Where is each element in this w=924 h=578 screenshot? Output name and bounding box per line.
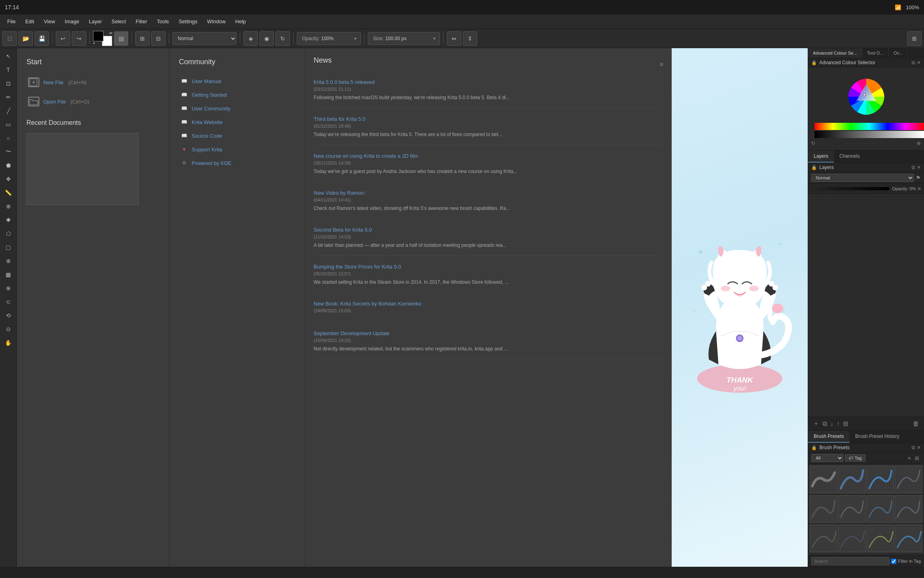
tool-smart-patch[interactable]: ⊗ — [2, 282, 15, 295]
grid-btn[interactable]: ⊟ — [151, 31, 166, 46]
brush-item-1[interactable] — [838, 466, 866, 493]
news-link-3[interactable]: New Video by Ramon: — [314, 190, 663, 196]
brush-item-0[interactable] — [810, 466, 837, 493]
tool-transform[interactable]: ✥ — [2, 173, 15, 185]
wrap-btn[interactable]: ⊞ — [135, 31, 150, 46]
news-link-6[interactable]: New Book: Krita Secrets by Bohdan Kornie… — [314, 301, 663, 307]
brush-item-5[interactable] — [838, 495, 866, 523]
tab-overview[interactable]: Ov... — [889, 48, 908, 58]
tool-assistant[interactable]: ⬡ — [2, 227, 15, 240]
brush-list-view-btn[interactable]: ≡ — [906, 454, 912, 462]
brush-item-10[interactable] — [867, 525, 894, 552]
tool-contiguous-select[interactable]: ▢ — [2, 241, 15, 254]
tab-brush-presets[interactable]: Brush Presets — [808, 431, 849, 443]
news-link-1[interactable]: Third beta for Krita 5.0 — [314, 116, 663, 122]
move-layer-up-btn[interactable]: ↑ — [835, 419, 841, 428]
brush-item-4[interactable] — [810, 495, 837, 523]
menu-window[interactable]: Window — [203, 17, 229, 26]
tool-crop[interactable]: ⊡ — [2, 77, 15, 90]
layout-btn[interactable]: ⊞ — [907, 31, 922, 46]
copy-layer-btn[interactable]: ⧉ — [821, 419, 829, 428]
foreground-color-box[interactable] — [93, 31, 103, 41]
layers-filter-btn[interactable]: ⚑ — [916, 175, 921, 181]
layers-panel-close-btn[interactable]: ✕ — [917, 165, 921, 170]
colour-eyedropper-btn[interactable]: ⊕ — [917, 140, 921, 146]
tool-paint[interactable]: ✏ — [2, 91, 15, 104]
brush-grid-view-btn[interactable]: ⊞ — [913, 454, 921, 462]
open-file-btn[interactable]: Open File (Ctrl+O) — [26, 94, 159, 110]
tool-zoom[interactable]: ⊙ — [2, 323, 15, 336]
menu-select[interactable]: Select — [107, 17, 130, 26]
layers-blend-mode[interactable]: Normal Multiply Screen — [811, 174, 914, 182]
colour-panel-close-btn[interactable]: ✕ — [917, 60, 921, 65]
link-krita-website[interactable]: 📖 Krita Website — [179, 115, 296, 129]
tool-gradient[interactable]: ▦ — [2, 268, 15, 281]
news-link-2[interactable]: New course on using Krita to create a 2D… — [314, 153, 663, 159]
eraser-btn[interactable]: ◈ — [243, 31, 258, 46]
value-strip[interactable] — [815, 131, 924, 138]
menu-layer[interactable]: Layer — [85, 17, 106, 26]
toggle-canvas-btn[interactable]: □ — [2, 31, 17, 46]
new-file-btn[interactable]: New File (Ctrl+N) — [26, 74, 159, 90]
menu-help[interactable]: Help — [231, 17, 250, 26]
brush-search-input[interactable] — [811, 557, 890, 565]
blend-mode-select[interactable]: Normal Multiply Screen Overlay — [172, 32, 237, 45]
menu-filter[interactable]: Filter — [132, 17, 151, 26]
refresh-btn[interactable]: ↻ — [276, 31, 290, 46]
tool-ellipse[interactable]: ○ — [2, 132, 15, 144]
link-user-community[interactable]: 📖 User Community — [179, 102, 296, 115]
brush-item-11[interactable] — [895, 525, 922, 552]
color-selector[interactable]: ⇄ ● — [93, 31, 112, 46]
delete-layer-btn[interactable]: 🗑 — [911, 419, 921, 428]
menu-image[interactable]: Image — [61, 17, 83, 26]
news-link-7[interactable]: September Development Update — [314, 330, 663, 336]
brush-item-3[interactable] — [895, 466, 922, 493]
color-reset-btn[interactable]: ● — [93, 41, 98, 46]
color-swap-btn[interactable]: ⇄ — [109, 31, 112, 35]
tool-text[interactable]: T — [2, 63, 15, 76]
brush-filter-select[interactable]: All — [811, 454, 843, 462]
filter-in-tag-checkbox[interactable] — [891, 559, 896, 564]
move-layer-down-btn[interactable]: ↓ — [829, 419, 835, 428]
layers-menu-btn[interactable]: ≡ — [918, 185, 921, 192]
brush-item-6[interactable] — [867, 495, 894, 523]
tool-ref[interactable]: ⊕ — [2, 200, 15, 213]
tab-brush-history[interactable]: Brush Preset History — [849, 431, 905, 443]
tab-tool-options[interactable]: Tool O... — [862, 48, 889, 58]
link-support-krita[interactable]: ♥ Support Krita — [179, 142, 296, 156]
menu-view[interactable]: View — [40, 17, 59, 26]
brush-tag-btn[interactable]: 🏷 Tag — [845, 454, 865, 462]
layer-properties-btn[interactable]: ⊞ — [841, 419, 850, 428]
brush-item-8[interactable] — [810, 525, 837, 552]
news-link-4[interactable]: Second Beta for Krita 5.0 — [314, 227, 663, 233]
mirror-h-btn[interactable]: ⇔ — [447, 31, 461, 46]
tool-select[interactable]: ↖ — [2, 50, 15, 63]
menu-file[interactable]: File — [3, 17, 20, 26]
menu-edit[interactable]: Edit — [21, 17, 38, 26]
link-user-manual[interactable]: 📖 User Manual — [179, 74, 296, 88]
opacity-slider[interactable] — [811, 187, 889, 190]
colour-panel-float-btn[interactable]: ⧉ — [912, 60, 915, 65]
tool-eyedropper[interactable]: ⊕ — [2, 254, 15, 267]
tool-line[interactable]: ╱ — [2, 104, 15, 117]
tool-multibrush[interactable]: ✱ — [2, 214, 15, 226]
tool-fill[interactable]: ⬟ — [2, 159, 15, 172]
tool-measure[interactable]: 📏 — [2, 186, 15, 199]
opacity-chevron[interactable]: ▾ — [353, 35, 357, 42]
news-link-0[interactable]: Krita 5.0.0 beta 5 released — [314, 79, 663, 85]
tab-advanced-colour[interactable]: Advanced Colour Se... — [808, 48, 862, 58]
brush-item-7[interactable] — [895, 495, 922, 523]
tool-pan[interactable]: ✋ — [2, 336, 15, 349]
menu-tools[interactable]: Tools — [153, 17, 173, 26]
news-menu-btn[interactable]: ≡ — [660, 61, 663, 68]
menu-settings[interactable]: Settings — [174, 17, 201, 26]
tool-path-select[interactable]: ⟲ — [2, 309, 15, 322]
undo-btn[interactable]: ↩ — [56, 31, 70, 46]
save-file-btn[interactable]: 💾 — [34, 31, 49, 46]
open-file-btn[interactable]: 📂 — [18, 31, 33, 46]
brush-panel-float-btn[interactable]: ⧉ — [912, 445, 915, 450]
colour-refresh-btn[interactable]: ↻ — [811, 140, 815, 146]
news-link-5[interactable]: Bumping the Store Prices for Krita 5.0 — [314, 264, 663, 270]
color-pattern-btn[interactable]: ▤ — [114, 31, 128, 46]
hue-strip[interactable] — [815, 123, 924, 130]
